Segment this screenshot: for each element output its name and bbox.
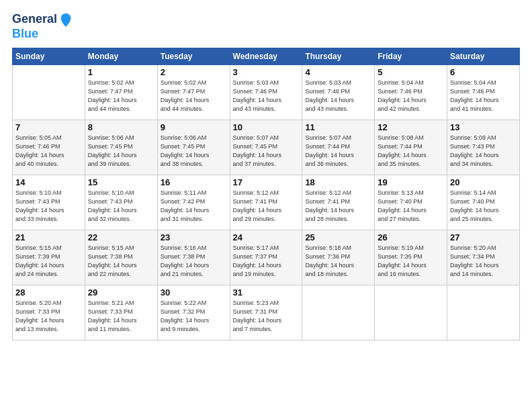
day-number: 31 <box>233 287 300 298</box>
day-info: Sunrise: 5:08 AMSunset: 7:44 PMDaylight:… <box>378 134 444 169</box>
day-number: 15 <box>88 177 154 187</box>
day-number: 23 <box>161 232 227 242</box>
day-number: 3 <box>233 67 300 77</box>
calendar-week-5: 28Sunrise: 5:20 AMSunset: 7:33 PMDayligh… <box>13 285 520 340</box>
calendar-cell <box>302 285 375 340</box>
calendar-cell: 19Sunrise: 5:13 AMSunset: 7:40 PMDayligh… <box>375 175 447 230</box>
calendar-cell: 9Sunrise: 5:06 AMSunset: 7:45 PMDaylight… <box>157 120 230 175</box>
day-info: Sunrise: 5:02 AMSunset: 7:47 PMDaylight:… <box>88 79 154 113</box>
calendar-cell: 10Sunrise: 5:07 AMSunset: 7:45 PMDayligh… <box>230 120 302 175</box>
calendar-cell: 17Sunrise: 5:12 AMSunset: 7:41 PMDayligh… <box>230 175 302 230</box>
day-info: Sunrise: 5:06 AMSunset: 7:45 PMDaylight:… <box>88 134 154 169</box>
logo-text: General Blue <box>12 12 73 41</box>
logo: General Blue <box>12 12 73 41</box>
weekday-header-thursday: Thursday <box>302 48 375 65</box>
calendar-cell: 1Sunrise: 5:02 AMSunset: 7:47 PMDaylight… <box>85 65 157 120</box>
calendar-cell: 21Sunrise: 5:15 AMSunset: 7:39 PMDayligh… <box>13 230 85 285</box>
day-number: 18 <box>305 177 371 187</box>
calendar-cell: 7Sunrise: 5:05 AMSunset: 7:46 PMDaylight… <box>13 120 85 175</box>
day-info: Sunrise: 5:12 AMSunset: 7:41 PMDaylight:… <box>305 189 371 224</box>
calendar-week-3: 14Sunrise: 5:10 AMSunset: 7:43 PMDayligh… <box>13 175 520 230</box>
day-number: 27 <box>450 232 517 242</box>
weekday-header-friday: Friday <box>375 48 447 65</box>
calendar-cell <box>13 65 85 120</box>
calendar-week-4: 21Sunrise: 5:15 AMSunset: 7:39 PMDayligh… <box>13 230 520 285</box>
day-info: Sunrise: 5:06 AMSunset: 7:45 PMDaylight:… <box>161 134 227 169</box>
day-number: 9 <box>161 122 227 132</box>
weekday-header-tuesday: Tuesday <box>157 48 230 65</box>
calendar-cell: 23Sunrise: 5:16 AMSunset: 7:38 PMDayligh… <box>157 230 230 285</box>
day-number: 21 <box>15 232 82 242</box>
calendar-cell: 8Sunrise: 5:06 AMSunset: 7:45 PMDaylight… <box>85 120 157 175</box>
day-number: 6 <box>450 67 517 77</box>
day-info: Sunrise: 5:20 AMSunset: 7:33 PMDaylight:… <box>15 299 82 334</box>
logo-icon <box>58 12 73 27</box>
weekday-header-row: SundayMondayTuesdayWednesdayThursdayFrid… <box>13 48 520 65</box>
calendar-cell: 30Sunrise: 5:22 AMSunset: 7:32 PMDayligh… <box>157 285 230 340</box>
weekday-header-monday: Monday <box>85 48 157 65</box>
calendar-cell: 5Sunrise: 5:04 AMSunset: 7:46 PMDaylight… <box>375 65 447 120</box>
calendar-cell: 25Sunrise: 5:18 AMSunset: 7:36 PMDayligh… <box>302 230 375 285</box>
day-info: Sunrise: 5:10 AMSunset: 7:43 PMDaylight:… <box>88 189 154 224</box>
calendar-cell: 29Sunrise: 5:21 AMSunset: 7:33 PMDayligh… <box>85 285 157 340</box>
day-number: 17 <box>233 177 300 187</box>
day-info: Sunrise: 5:19 AMSunset: 7:35 PMDaylight:… <box>378 244 444 279</box>
day-info: Sunrise: 5:12 AMSunset: 7:41 PMDaylight:… <box>233 189 300 224</box>
day-info: Sunrise: 5:13 AMSunset: 7:40 PMDaylight:… <box>378 189 444 224</box>
day-number: 8 <box>88 122 154 132</box>
calendar-cell: 22Sunrise: 5:15 AMSunset: 7:38 PMDayligh… <box>85 230 157 285</box>
calendar-cell: 3Sunrise: 5:03 AMSunset: 7:46 PMDaylight… <box>230 65 302 120</box>
calendar-cell: 18Sunrise: 5:12 AMSunset: 7:41 PMDayligh… <box>302 175 375 230</box>
calendar-table: SundayMondayTuesdayWednesdayThursdayFrid… <box>12 48 520 340</box>
calendar-cell: 28Sunrise: 5:20 AMSunset: 7:33 PMDayligh… <box>13 285 85 340</box>
day-number: 1 <box>88 67 154 77</box>
header: General Blue <box>12 12 520 41</box>
day-info: Sunrise: 5:03 AMSunset: 7:46 PMDaylight:… <box>305 79 371 113</box>
calendar-cell: 26Sunrise: 5:19 AMSunset: 7:35 PMDayligh… <box>375 230 447 285</box>
day-info: Sunrise: 5:07 AMSunset: 7:44 PMDaylight:… <box>305 134 371 169</box>
day-info: Sunrise: 5:04 AMSunset: 7:46 PMDaylight:… <box>450 79 517 113</box>
day-info: Sunrise: 5:20 AMSunset: 7:34 PMDaylight:… <box>450 244 517 279</box>
day-number: 22 <box>88 232 154 242</box>
calendar-cell: 15Sunrise: 5:10 AMSunset: 7:43 PMDayligh… <box>85 175 157 230</box>
day-number: 13 <box>450 122 517 132</box>
day-info: Sunrise: 5:04 AMSunset: 7:46 PMDaylight:… <box>378 79 444 113</box>
day-info: Sunrise: 5:15 AMSunset: 7:39 PMDaylight:… <box>15 244 82 279</box>
day-number: 10 <box>233 122 300 132</box>
calendar-cell: 14Sunrise: 5:10 AMSunset: 7:43 PMDayligh… <box>13 175 85 230</box>
calendar-week-1: 1Sunrise: 5:02 AMSunset: 7:47 PMDaylight… <box>13 65 520 120</box>
day-number: 4 <box>305 67 371 77</box>
day-info: Sunrise: 5:21 AMSunset: 7:33 PMDaylight:… <box>88 299 154 334</box>
calendar-cell: 24Sunrise: 5:17 AMSunset: 7:37 PMDayligh… <box>230 230 302 285</box>
calendar-cell: 13Sunrise: 5:09 AMSunset: 7:43 PMDayligh… <box>447 120 520 175</box>
day-number: 30 <box>161 287 227 298</box>
day-info: Sunrise: 5:11 AMSunset: 7:42 PMDaylight:… <box>161 189 227 224</box>
day-number: 16 <box>161 177 227 187</box>
day-number: 28 <box>15 287 82 298</box>
day-info: Sunrise: 5:03 AMSunset: 7:46 PMDaylight:… <box>233 79 300 113</box>
calendar-cell: 27Sunrise: 5:20 AMSunset: 7:34 PMDayligh… <box>447 230 520 285</box>
calendar-cell <box>375 285 447 340</box>
day-info: Sunrise: 5:09 AMSunset: 7:43 PMDaylight:… <box>450 134 517 169</box>
day-info: Sunrise: 5:07 AMSunset: 7:45 PMDaylight:… <box>233 134 300 169</box>
calendar-cell: 31Sunrise: 5:23 AMSunset: 7:31 PMDayligh… <box>230 285 302 340</box>
calendar-cell: 12Sunrise: 5:08 AMSunset: 7:44 PMDayligh… <box>375 120 447 175</box>
calendar-cell: 11Sunrise: 5:07 AMSunset: 7:44 PMDayligh… <box>302 120 375 175</box>
calendar-cell <box>447 285 520 340</box>
day-number: 29 <box>88 287 154 298</box>
weekday-header-wednesday: Wednesday <box>230 48 302 65</box>
day-number: 12 <box>378 122 444 132</box>
day-info: Sunrise: 5:05 AMSunset: 7:46 PMDaylight:… <box>15 134 82 169</box>
calendar-cell: 4Sunrise: 5:03 AMSunset: 7:46 PMDaylight… <box>302 65 375 120</box>
day-info: Sunrise: 5:23 AMSunset: 7:31 PMDaylight:… <box>233 299 300 334</box>
day-info: Sunrise: 5:16 AMSunset: 7:38 PMDaylight:… <box>161 244 227 279</box>
day-number: 24 <box>233 232 300 242</box>
day-info: Sunrise: 5:22 AMSunset: 7:32 PMDaylight:… <box>161 299 227 334</box>
weekday-header-sunday: Sunday <box>13 48 85 65</box>
day-number: 7 <box>15 122 82 132</box>
day-info: Sunrise: 5:18 AMSunset: 7:36 PMDaylight:… <box>305 244 371 279</box>
day-info: Sunrise: 5:10 AMSunset: 7:43 PMDaylight:… <box>15 189 82 224</box>
day-number: 20 <box>450 177 517 187</box>
day-number: 5 <box>378 67 444 77</box>
day-info: Sunrise: 5:02 AMSunset: 7:47 PMDaylight:… <box>161 79 227 113</box>
